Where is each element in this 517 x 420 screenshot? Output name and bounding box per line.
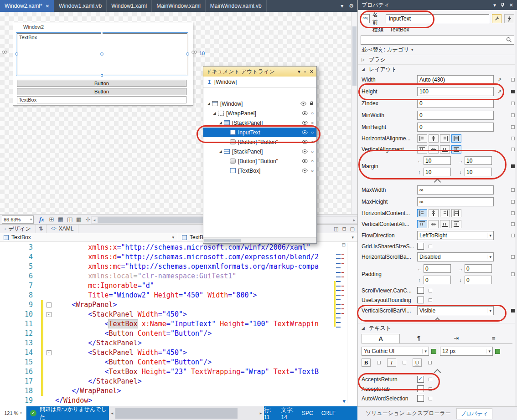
code-line-18[interactable]: 18 </WrapPanel> xyxy=(0,386,357,396)
margin-value-2[interactable] xyxy=(424,168,451,176)
search-input[interactable] xyxy=(361,36,514,45)
align-button-h-l[interactable] xyxy=(417,134,427,143)
tab-properties[interactable]: プロパティ xyxy=(456,408,492,419)
property-marker[interactable] xyxy=(429,397,432,400)
property-marker[interactable] xyxy=(428,361,432,364)
scroll-right-arrow[interactable]: ▸ xyxy=(258,411,264,415)
selection-handle-center[interactable] xyxy=(100,52,103,56)
tab-xaml[interactable]: <> XAML xyxy=(47,225,79,233)
flowdirection-select[interactable]: LeftToRight▾ xyxy=(417,231,494,240)
padding-value-0[interactable] xyxy=(424,264,451,273)
data-bound-marker[interactable] xyxy=(431,349,436,354)
sort-selector[interactable]: 並べ替え: カテゴリ ▾ xyxy=(362,46,514,54)
scroll-left-arrow[interactable]: ◂ xyxy=(92,218,97,222)
property-marker[interactable] xyxy=(511,102,515,105)
property-marker[interactable] xyxy=(511,234,515,237)
document-outline-titlebar[interactable]: ドキュメント アウトライン ▾ ▫ ✕ xyxy=(203,67,316,77)
split-gripper-icon[interactable]: ⊟ xyxy=(342,242,346,247)
collapse-region-icon[interactable]: - xyxy=(47,350,52,355)
lock-toggle-icon[interactable]: ○ xyxy=(311,121,314,125)
scroll-left-arrow[interactable]: ◂ xyxy=(109,411,115,415)
designer-vertical-scrollbar[interactable] xyxy=(351,12,357,214)
align-button-v-c[interactable] xyxy=(429,220,439,228)
code-line-10[interactable]: 10- <StackPanel Width="450"> xyxy=(0,310,357,319)
resize-mode-icon[interactable]: ↗ xyxy=(497,89,501,95)
property-marker[interactable] xyxy=(511,309,515,312)
text-format-tab-1[interactable]: ¶ xyxy=(400,334,437,343)
lock-toggle-icon[interactable]: ○ xyxy=(311,159,314,164)
property-marker[interactable] xyxy=(429,378,432,381)
tree-expander-icon[interactable]: ◢ xyxy=(218,149,223,154)
section-collapse-chevron[interactable] xyxy=(358,317,517,323)
tab-close-icon[interactable]: ✕ xyxy=(46,4,49,9)
section-collapse-chevron[interactable] xyxy=(358,178,517,184)
code-line-11[interactable]: 11 <TextBox x:Name="InputText" Height="1… xyxy=(0,319,357,329)
align-button-v-s[interactable] xyxy=(451,145,461,154)
gear-icon[interactable]: ⚙ xyxy=(349,3,354,9)
gridlines-icon[interactable]: ▩ xyxy=(75,216,83,223)
outline-node-StackPanel[interactable]: ◢[StackPanel]○ xyxy=(203,147,316,156)
padding-value-2[interactable] xyxy=(424,276,451,284)
property-marker[interactable] xyxy=(511,200,515,204)
scrollbar-map[interactable] xyxy=(334,243,347,403)
align-button-h-s[interactable] xyxy=(451,209,461,217)
eye-visibility-icon[interactable] xyxy=(300,101,306,107)
outline-node-InputText[interactable]: InputText○ xyxy=(203,128,316,137)
align-button-v-t[interactable] xyxy=(417,145,427,154)
text-format-tab-0[interactable]: A xyxy=(362,334,400,343)
scrollbar-thumb[interactable] xyxy=(352,26,357,86)
outline-node-StackPanel[interactable]: ◢[StackPanel]○ xyxy=(203,118,316,128)
tab-solution-explorer[interactable]: ソリューション エクスプローラー xyxy=(362,408,455,419)
scrollbar-thumb[interactable] xyxy=(204,239,241,242)
effects-button[interactable]: fx xyxy=(39,216,44,223)
padding-value-1[interactable] xyxy=(465,264,492,273)
window-menu-icon[interactable]: ▾ xyxy=(298,69,300,75)
eye-visibility-icon[interactable] xyxy=(302,139,308,145)
code-line-8[interactable]: 8 Title="Window2" Height="450" Width="80… xyxy=(0,291,357,300)
code-line-3[interactable]: 3 xmlns:x="http://schemas.microsoft.com/… xyxy=(0,243,357,252)
eye-visibility-icon[interactable] xyxy=(302,129,308,136)
align-button-v-s[interactable] xyxy=(451,220,461,228)
horizontal-split-icon[interactable]: ⊟ xyxy=(342,226,346,232)
eye-visibility-icon[interactable] xyxy=(302,110,308,117)
acceptsreturn-checkbox[interactable] xyxy=(417,376,424,383)
text-format-tab-2[interactable]: ⇥ xyxy=(438,334,475,343)
property-marker[interactable] xyxy=(377,361,381,364)
swap-panes-button[interactable]: ⇅ xyxy=(36,225,47,233)
properties-scrollbar[interactable] xyxy=(515,10,517,406)
margin-anchor-right-icon[interactable] xyxy=(191,50,197,54)
outline-node-TextBox[interactable]: [TextBox]○ xyxy=(203,166,316,175)
font-family-select[interactable]: Yu Gothic UI▾ xyxy=(362,347,429,356)
property-marker[interactable] xyxy=(511,255,515,259)
font-size-select[interactable]: 12 px▾ xyxy=(440,347,493,356)
chevron-down-icon[interactable]: ▾ xyxy=(352,235,354,240)
code-line-7[interactable]: 7 mc:Ignorable="d" xyxy=(0,281,357,291)
property-marker[interactable] xyxy=(511,222,515,226)
code-line-15[interactable]: 15 <Button Content="Button"/> xyxy=(0,358,357,367)
margin-anchor-left-icon[interactable] xyxy=(1,50,8,54)
events-button[interactable] xyxy=(504,14,514,23)
code-line-14[interactable]: 14- <StackPanel Width="450"> xyxy=(0,348,357,358)
code-line-9[interactable]: 9- <WrapPanel> xyxy=(0,300,357,310)
lock-toggle-icon[interactable]: ○ xyxy=(311,169,314,173)
properties-panel-header[interactable]: プロパティ ▾ ✕ xyxy=(358,0,517,10)
align-button-h-c[interactable] xyxy=(429,209,439,217)
document-tab-Window1.xaml.vb[interactable]: Window1.xaml.vb xyxy=(54,0,107,12)
breadcrumb-segment-primary[interactable]: TextBox ▾ xyxy=(0,233,178,241)
autowordselection-checkbox[interactable] xyxy=(417,395,424,402)
xaml-code-editor[interactable]: 3 xmlns:x="http://schemas.microsoft.com/… xyxy=(0,242,357,406)
acceptstab-checkbox[interactable] xyxy=(417,385,424,392)
eye-visibility-icon[interactable] xyxy=(302,120,308,126)
lock-toggle-icon[interactable]: ○ xyxy=(311,140,314,144)
lock-icon[interactable] xyxy=(310,101,314,107)
maxheight-input[interactable] xyxy=(417,197,494,206)
close-icon[interactable]: ✕ xyxy=(509,2,513,8)
data-bound-marker[interactable] xyxy=(495,349,500,354)
pop-scope-icon[interactable]: ↥ xyxy=(207,79,212,85)
lock-toggle-icon[interactable]: ○ xyxy=(311,130,314,135)
snap-grid-icon[interactable]: ▦ xyxy=(57,216,65,223)
property-marker[interactable] xyxy=(511,78,515,82)
designer-zoom-select[interactable]: 86.63% ▾ xyxy=(2,215,34,224)
outline-node-ButtonButton[interactable]: [Button] "Button"○ xyxy=(203,137,316,147)
pin-icon[interactable] xyxy=(500,3,505,8)
